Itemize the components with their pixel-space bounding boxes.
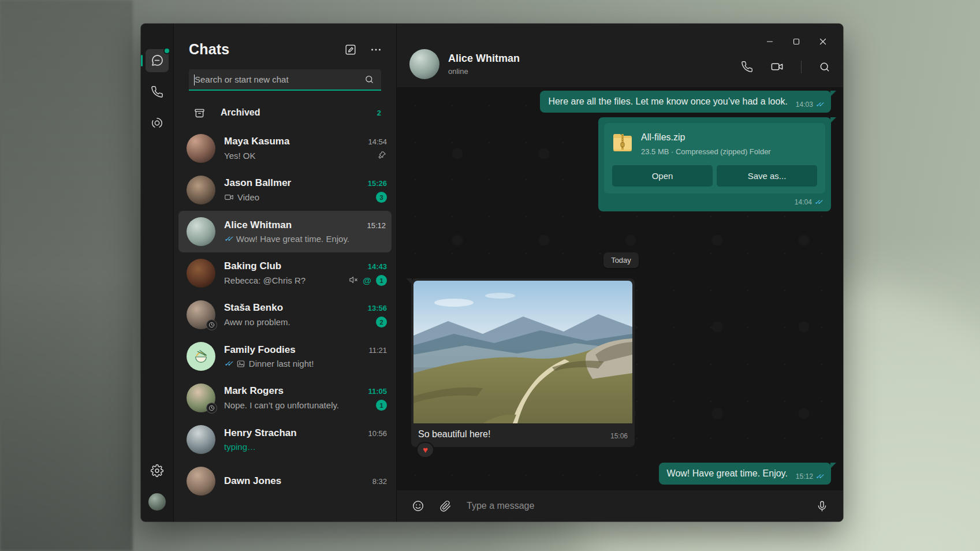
status-ring-icon	[151, 117, 163, 129]
avatar	[187, 467, 215, 496]
chat-row-alice-whitman[interactable]: Alice Whitman 15:12 ✓✓ Wow! Have great t…	[178, 211, 392, 252]
new-chat-button[interactable]	[344, 43, 357, 56]
chat-time: 10:56	[368, 429, 387, 438]
chat-rows: Maya Kasuma 14:54 Yes! OK	[174, 126, 396, 522]
video-camera-icon	[224, 192, 234, 202]
chat-time: 8:32	[372, 477, 387, 486]
chat-name: Maya Kasuma	[224, 136, 363, 147]
chat-time: 15:26	[368, 179, 387, 188]
conversation-panel: Alice Whitman online	[397, 24, 843, 522]
file-meta: 23.5 MB · Compressed (zipped) Folder	[641, 147, 771, 157]
chat-time: 14:43	[368, 262, 387, 271]
avatar	[187, 425, 215, 454]
date-divider: Today	[603, 252, 639, 268]
clock-overlay-icon	[206, 319, 217, 330]
contact-name: Alice Whitman	[448, 53, 520, 65]
maximize-button[interactable]	[783, 32, 810, 51]
unread-badge: 1	[376, 400, 387, 411]
avatar	[187, 134, 215, 163]
contact-info[interactable]: Alice Whitman online	[409, 49, 741, 79]
chat-name: Staša Benko	[224, 302, 363, 314]
chat-list-panel: Chats	[174, 24, 397, 522]
heart-reaction[interactable]: ♥	[416, 442, 434, 458]
message-time: 15:06	[610, 431, 628, 441]
image-caption: So beautiful here!	[418, 428, 610, 441]
search-input[interactable]	[189, 75, 364, 84]
nav-status-button[interactable]	[146, 111, 169, 135]
message-input[interactable]	[467, 501, 801, 511]
panel-title: Chats	[189, 41, 344, 58]
clock-overlay-icon	[206, 403, 217, 414]
conversation-search-button[interactable]	[819, 61, 830, 73]
chat-preview: Rebecca: @Chris R?	[224, 276, 344, 285]
chat-name: Henry Strachan	[224, 427, 363, 439]
chat-time: 11:21	[368, 346, 387, 355]
nav-chats-button[interactable]	[146, 49, 169, 72]
save-as-button[interactable]: Save as...	[717, 165, 817, 187]
window-controls	[757, 32, 836, 51]
chat-name: Alice Whitman	[224, 219, 362, 231]
file-attachment-card[interactable]: All-files.zip 23.5 MB · Compressed (zipp…	[604, 123, 825, 194]
microphone-button[interactable]	[816, 500, 828, 512]
incoming-image-message[interactable]: So beautiful here! 15:06 ♥	[411, 278, 635, 447]
chat-row-mark-rogers[interactable]: Mark Rogers 11:05 Nope. I can’t go unfor…	[174, 377, 396, 419]
chat-preview: Yes! OK	[224, 151, 373, 161]
archive-box-icon	[193, 107, 206, 119]
contact-status: online	[448, 67, 520, 76]
chat-row-jason-ballmer[interactable]: Jason Ballmer 15:26 Video 3	[174, 169, 396, 211]
chat-preview: Wow! Have great time. Enjoy.	[236, 234, 386, 244]
contact-avatar	[409, 49, 439, 79]
unread-badge: 3	[376, 192, 387, 203]
muted-icon	[348, 275, 358, 286]
minimize-button[interactable]	[757, 32, 783, 51]
voice-call-button[interactable]	[741, 61, 753, 73]
attach-paperclip-button[interactable]	[439, 500, 452, 512]
bubble-tail	[830, 117, 836, 123]
message-area: Here are all the files. Let me know once…	[397, 87, 843, 490]
nav-rail	[141, 24, 174, 522]
message-time: 14:04	[795, 198, 812, 207]
nav-profile-button[interactable]	[146, 490, 169, 513]
bubble-tail	[830, 91, 836, 96]
avatar	[187, 259, 215, 288]
chat-list-header: Chats	[174, 24, 396, 67]
bubble-tail	[830, 463, 836, 468]
chat-row-maya-kasuma[interactable]: Maya Kasuma 14:54 Yes! OK	[174, 128, 396, 169]
chat-bubble-icon	[150, 54, 164, 68]
chat-row-stasa-benko[interactable]: Staša Benko 13:56 Aww no problem. 2	[174, 294, 396, 336]
noodle-bowl-icon	[192, 348, 210, 365]
file-name: All-files.zip	[641, 131, 771, 144]
chat-time: 14:54	[368, 137, 387, 146]
chat-row-baking-club[interactable]: Baking Club 14:43 Rebecca: @Chris R?	[174, 252, 396, 294]
avatar	[187, 176, 215, 204]
chat-name: Jason Ballmer	[224, 177, 363, 189]
read-receipt-icon: ✓✓	[224, 359, 233, 368]
chat-row-dawn-jones[interactable]: Dawn Jones 8:32	[174, 460, 396, 502]
chat-preview: Aww no problem.	[224, 317, 371, 327]
photo-mountain-landscape[interactable]	[413, 281, 632, 423]
typing-indicator: typing…	[224, 442, 387, 452]
archived-row[interactable]: Archived 2	[174, 99, 396, 126]
mention-indicator: @	[363, 276, 371, 285]
nav-settings-button[interactable]	[146, 459, 169, 482]
avatar	[187, 342, 215, 371]
video-call-button[interactable]	[770, 60, 784, 73]
unread-badge: 2	[376, 317, 387, 327]
open-file-button[interactable]: Open	[612, 165, 713, 187]
close-button[interactable]	[810, 32, 836, 51]
chat-row-henry-strachan[interactable]: Henry Strachan 10:56 typing…	[174, 419, 396, 460]
chat-name: Dawn Jones	[224, 475, 368, 487]
archived-label: Archived	[221, 107, 377, 118]
nav-calls-button[interactable]	[146, 80, 169, 103]
header-divider	[801, 61, 802, 73]
emoji-button[interactable]	[412, 500, 424, 512]
chat-preview: Dinner last night!	[249, 359, 387, 368]
avatar	[187, 300, 215, 329]
outgoing-message[interactable]: Wow! Have great time. Enjoy. 15:12 ✓✓	[659, 463, 831, 485]
message-text: Here are all the files. Let me know once…	[548, 95, 787, 108]
chat-name: Family Foodies	[224, 344, 364, 356]
search-box	[189, 69, 381, 91]
chat-row-family-foodies[interactable]: Family Foodies 11:21 ✓✓ Dinner last nigh…	[174, 336, 396, 377]
menu-dots-button[interactable]	[370, 43, 382, 56]
outgoing-message[interactable]: Here are all the files. Let me know once…	[540, 91, 831, 113]
